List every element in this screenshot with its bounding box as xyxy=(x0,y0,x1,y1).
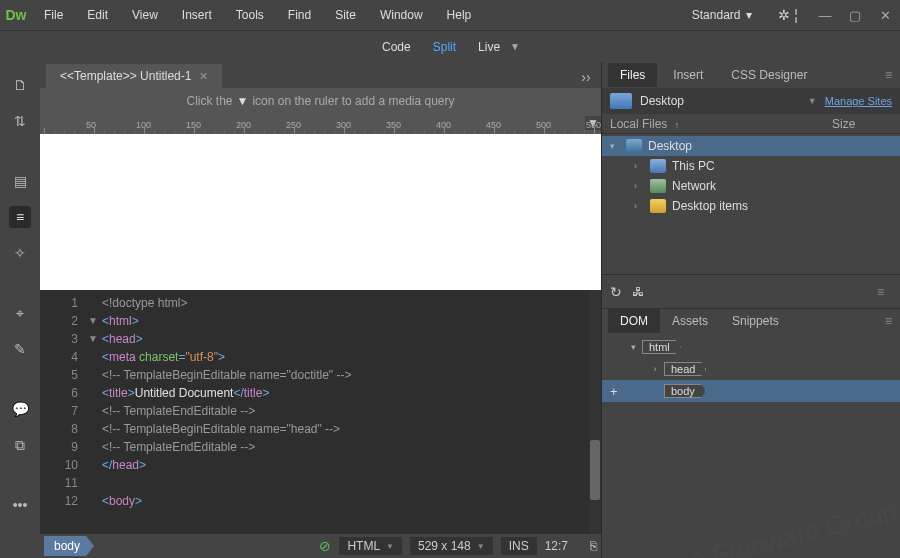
insert-mode[interactable]: INS xyxy=(501,537,537,555)
code-line[interactable]: <title>Untitled Document</title> xyxy=(102,384,589,402)
panel-tab-assets[interactable]: Assets xyxy=(660,309,720,333)
code-line[interactable]: <body> xyxy=(102,492,589,510)
add-element-icon[interactable]: + xyxy=(610,384,624,399)
panel-menu-icon[interactable]: ≡ xyxy=(885,68,900,82)
chevron-icon[interactable]: ▾ xyxy=(610,141,620,151)
files-header-size[interactable]: Size xyxy=(832,117,892,131)
files-tree[interactable]: ▾Desktop›This PC›Network›Desktop items xyxy=(602,134,900,218)
sync-settings-button[interactable]: ✲ ¦ xyxy=(766,7,810,23)
chevron-icon[interactable]: › xyxy=(650,364,660,374)
files-header-name[interactable]: Local Files ↑ xyxy=(610,117,832,131)
tree-row[interactable]: ›This PC xyxy=(602,156,900,176)
document-tab[interactable]: <<Template>> Untitled-1 ✕ xyxy=(46,64,222,88)
menu-site[interactable]: Site xyxy=(323,1,368,29)
dom-tag[interactable]: html xyxy=(642,340,681,354)
snippet-icon[interactable]: ⧉ xyxy=(9,434,31,456)
panel-tab-css-designer[interactable]: CSS Designer xyxy=(719,63,819,87)
panel-tab-files[interactable]: Files xyxy=(608,63,657,87)
tree-row[interactable]: ›Network xyxy=(602,176,900,196)
code-line[interactable]: <!doctype html> xyxy=(102,294,589,312)
files-header[interactable]: Local Files ↑ Size xyxy=(602,114,900,134)
chevron-down-icon[interactable]: ▼ xyxy=(808,96,817,106)
collapse-icon[interactable]: ≡ xyxy=(9,206,31,228)
doctype-selector[interactable]: HTML ▼ xyxy=(339,537,402,555)
panel-tab-snippets[interactable]: Snippets xyxy=(720,309,791,333)
code-editor[interactable]: 123456789101112 ▼▼ <!doctype html><html>… xyxy=(40,290,601,534)
preview-icon[interactable]: ⎘ xyxy=(590,539,597,553)
split-view-button[interactable]: Split xyxy=(431,36,458,58)
tree-row[interactable]: ▾Desktop xyxy=(602,136,900,156)
fold-toggle xyxy=(88,456,102,474)
window-size-selector[interactable]: 529 x 148 ▼ xyxy=(410,537,493,555)
menu-file[interactable]: File xyxy=(32,1,75,29)
chevron-icon[interactable]: › xyxy=(634,201,644,211)
tab-title: <<Template>> Untitled-1 xyxy=(60,69,191,83)
manage-sources-icon[interactable]: ⇅ xyxy=(9,110,31,132)
menu-insert[interactable]: Insert xyxy=(170,1,224,29)
fold-toggle[interactable]: ▼ xyxy=(88,330,102,348)
site-selector[interactable]: Desktop xyxy=(640,94,800,108)
tree-row[interactable]: ›Desktop items xyxy=(602,196,900,216)
close-icon[interactable]: ✕ xyxy=(199,70,208,83)
file-icon[interactable]: 🗋 xyxy=(9,74,31,96)
code-view-button[interactable]: Code xyxy=(380,36,413,58)
code-line[interactable]: </head> xyxy=(102,456,589,474)
menu-find[interactable]: Find xyxy=(276,1,323,29)
close-button[interactable]: ✕ xyxy=(870,0,900,30)
maximize-button[interactable]: ▢ xyxy=(840,0,870,30)
document-tabs: <<Template>> Untitled-1 ✕ ›› xyxy=(40,62,601,88)
code-line[interactable] xyxy=(102,474,589,492)
scrollbar[interactable] xyxy=(589,290,601,534)
menu-view[interactable]: View xyxy=(120,1,170,29)
code-line[interactable]: <!-- TemplateBeginEditable name="doctitl… xyxy=(102,366,589,384)
chevron-icon[interactable]: › xyxy=(634,181,644,191)
chevron-icon[interactable]: › xyxy=(634,161,644,171)
format-icon[interactable]: ✎ xyxy=(9,338,31,360)
dom-row[interactable]: ›head xyxy=(610,358,892,380)
workspace-selector[interactable]: Standard ▾ xyxy=(678,8,767,22)
chevron-icon[interactable]: ▾ xyxy=(628,342,638,352)
live-view-button[interactable]: Live xyxy=(476,36,502,58)
menu-help[interactable]: Help xyxy=(435,1,484,29)
scroll-thumb[interactable] xyxy=(590,440,600,500)
panel-menu-icon[interactable]: ≡ xyxy=(877,285,892,299)
design-canvas[interactable] xyxy=(40,134,601,290)
dom-row[interactable]: +body xyxy=(602,380,900,402)
more-icon[interactable]: ••• xyxy=(9,494,31,516)
dom-row[interactable]: ▾html xyxy=(610,336,892,358)
expand-panels-icon[interactable]: ›› xyxy=(575,66,597,88)
panel-tab-dom[interactable]: DOM xyxy=(608,309,660,333)
refresh-icon[interactable]: ↻ xyxy=(610,284,622,300)
code-line[interactable]: <!-- TemplateEndEditable --> xyxy=(102,402,589,420)
list-icon[interactable]: ▤ xyxy=(9,170,31,192)
target-icon[interactable]: ✧ xyxy=(9,242,31,264)
panel-menu-icon[interactable]: ≡ xyxy=(885,314,900,328)
menu-edit[interactable]: Edit xyxy=(75,1,120,29)
fold-gutter[interactable]: ▼▼ xyxy=(88,290,102,534)
code-line[interactable]: <head> xyxy=(102,330,589,348)
menu-tools[interactable]: Tools xyxy=(224,1,276,29)
chevron-down-icon[interactable]: ▼ xyxy=(510,41,520,52)
code-line[interactable]: <!-- TemplateBeginEditable name="head" -… xyxy=(102,420,589,438)
tree-label: Network xyxy=(672,179,716,193)
minimize-button[interactable]: — xyxy=(810,0,840,30)
fold-toggle[interactable]: ▼ xyxy=(88,312,102,330)
ruler-tick: 150 xyxy=(186,120,201,130)
menu-window[interactable]: Window xyxy=(368,1,435,29)
comment-icon[interactable]: 💬 xyxy=(9,398,31,420)
dom-tag[interactable]: body xyxy=(664,384,706,398)
code-text[interactable]: <!doctype html><html><head><meta charset… xyxy=(102,290,589,534)
ftp-icon[interactable]: 🖧 xyxy=(632,285,644,299)
no-errors-icon[interactable]: ⊘ xyxy=(319,538,331,554)
dom-tag[interactable]: head xyxy=(664,362,706,376)
ruler[interactable]: ▼ 50100150200250300350400450500550 xyxy=(40,114,601,134)
manage-sites-link[interactable]: Manage Sites xyxy=(825,95,892,107)
code-line[interactable]: <html> xyxy=(102,312,589,330)
tag-crumb[interactable]: body xyxy=(44,536,94,556)
wand-icon[interactable]: ⌖ xyxy=(9,302,31,324)
dom-tree[interactable]: ▾html›head+body xyxy=(602,332,900,406)
code-line[interactable]: <!-- TemplateEndEditable --> xyxy=(102,438,589,456)
code-line[interactable]: <meta charset="utf-8"> xyxy=(102,348,589,366)
panel-tab-insert[interactable]: Insert xyxy=(661,63,715,87)
desktop-icon xyxy=(610,93,632,109)
